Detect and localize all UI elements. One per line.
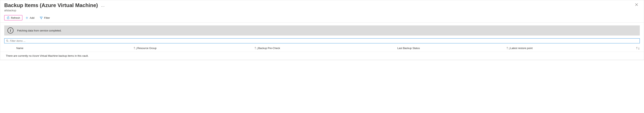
table-header: Name Resource Group Backup Pre-Check Las… bbox=[0, 44, 644, 52]
sort-icon bbox=[252, 47, 258, 50]
column-header-last-backup-status[interactable]: Last Backup Status bbox=[397, 46, 510, 50]
svg-point-0 bbox=[6, 40, 8, 41]
filter-items-input[interactable] bbox=[10, 39, 638, 42]
info-bar: i Fetching data from service completed. bbox=[4, 26, 640, 36]
sort-icon bbox=[634, 47, 640, 50]
panel-header: Backup Items (Azure Virtual Machine) ···… bbox=[0, 0, 644, 12]
plus-icon bbox=[26, 16, 28, 19]
search-icon bbox=[6, 40, 9, 42]
empty-state-message: There are currently no Azure Virtual Mac… bbox=[0, 52, 644, 60]
more-actions-button[interactable]: ··· bbox=[101, 4, 104, 8]
filter-button-label: Filter bbox=[44, 16, 50, 19]
filter-icon bbox=[40, 16, 43, 19]
page-title: Backup Items (Azure Virtual Machine) bbox=[4, 2, 98, 8]
sort-icon bbox=[131, 47, 137, 50]
column-label: Name bbox=[16, 46, 24, 50]
column-header-resource-group[interactable]: Resource Group bbox=[137, 46, 258, 50]
info-icon: i bbox=[8, 28, 14, 34]
column-label: Resource Group bbox=[137, 46, 156, 50]
header-texts: Backup Items (Azure Virtual Machine) ···… bbox=[4, 2, 633, 12]
toolbar: Refresh Add Filter bbox=[0, 12, 644, 22]
filter-items-field[interactable] bbox=[4, 38, 640, 44]
page-subtitle: afsbackup bbox=[4, 9, 633, 12]
filter-button[interactable]: Filter bbox=[38, 15, 52, 20]
close-icon bbox=[635, 3, 638, 6]
column-label: Last Backup Status bbox=[397, 46, 420, 50]
add-button[interactable]: Add bbox=[23, 15, 37, 20]
sort-icon bbox=[504, 47, 510, 50]
refresh-label: Refresh bbox=[11, 16, 20, 19]
column-label: Backup Pre-Check bbox=[258, 46, 280, 50]
backup-items-panel: Backup Items (Azure Virtual Machine) ···… bbox=[0, 0, 644, 60]
add-label: Add bbox=[30, 16, 34, 19]
column-header-latest-restore-point[interactable]: Latest restore point bbox=[510, 46, 640, 50]
column-header-name[interactable]: Name bbox=[4, 46, 137, 50]
refresh-button[interactable]: Refresh bbox=[4, 15, 22, 20]
close-button[interactable] bbox=[633, 2, 640, 8]
column-label: Latest restore point bbox=[510, 46, 532, 50]
info-message: Fetching data from service completed. bbox=[17, 29, 62, 32]
column-header-backup-pre-check[interactable]: Backup Pre-Check bbox=[258, 46, 397, 50]
refresh-icon bbox=[6, 16, 10, 19]
